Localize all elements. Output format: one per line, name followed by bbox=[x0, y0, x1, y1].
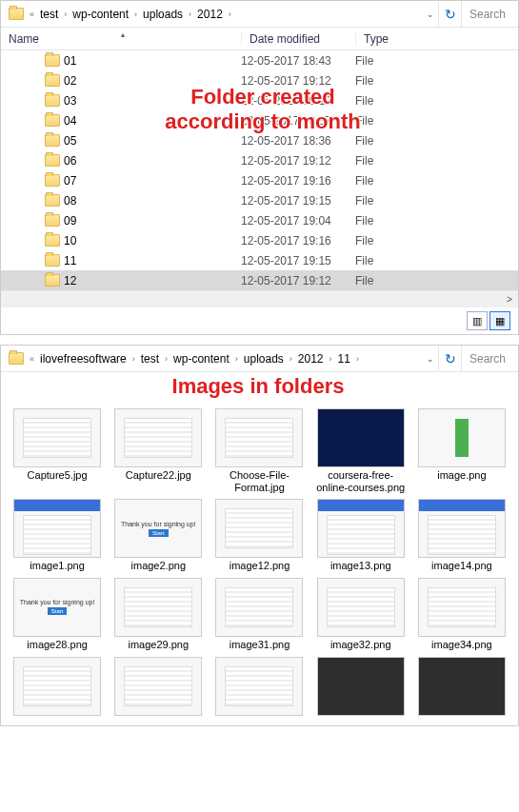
breadcrumb-segment[interactable]: wp-content bbox=[170, 352, 233, 366]
date-modified: 12-05-2017 19:12 bbox=[241, 274, 355, 287]
thumbnail-preview bbox=[317, 408, 405, 467]
thumbnail-item[interactable] bbox=[9, 657, 106, 718]
column-date[interactable]: Date modified bbox=[241, 32, 355, 46]
breadcrumb-segment[interactable]: test bbox=[137, 352, 163, 366]
thumbnail-item[interactable] bbox=[210, 657, 308, 718]
breadcrumb-segment[interactable]: wp-content bbox=[69, 8, 132, 21]
thumbnail-item[interactable]: Capture5.jpg bbox=[9, 408, 106, 493]
file-type: File bbox=[355, 94, 373, 108]
folder-name: 09 bbox=[64, 214, 76, 228]
breadcrumb-overflow[interactable]: « bbox=[28, 354, 36, 364]
breadcrumb[interactable]: test›wp-content›uploads›2012› bbox=[36, 8, 423, 21]
thumbnail-item[interactable]: Choose-File-Format.jpg bbox=[210, 408, 308, 493]
search-input[interactable]: Search bbox=[461, 346, 518, 371]
thumbnail-item[interactable]: coursera-free-online-courses.png bbox=[312, 408, 409, 493]
file-type: File bbox=[355, 194, 373, 208]
folder-icon bbox=[45, 234, 60, 247]
view-details-button[interactable]: ▥ bbox=[467, 311, 488, 330]
thumbnail-item[interactable] bbox=[110, 657, 207, 718]
folder-row[interactable]: 0712-05-2017 19:16File bbox=[1, 170, 518, 190]
thumbnail-preview bbox=[418, 499, 506, 558]
folder-name: 07 bbox=[64, 174, 76, 188]
refresh-button[interactable]: ↻ bbox=[438, 347, 461, 370]
thumbnail-item[interactable]: image34.png bbox=[413, 578, 510, 651]
thumbnail-item[interactable]: Thank you for signing up!Startimage28.pn… bbox=[9, 578, 106, 651]
folder-name: 02 bbox=[64, 74, 76, 88]
chevron-right-icon: › bbox=[328, 354, 334, 364]
thumbnail-preview bbox=[13, 408, 101, 467]
thumbnail-item[interactable]: Capture22.jpg bbox=[110, 408, 207, 493]
horizontal-scrollbar[interactable]: > bbox=[1, 290, 518, 307]
refresh-button[interactable]: ↻ bbox=[438, 3, 461, 26]
folder-row[interactable]: 1112-05-2017 19:15File bbox=[1, 250, 518, 270]
column-type[interactable]: Type bbox=[355, 32, 518, 46]
thumbnail-preview: Thank you for signing up!Start bbox=[13, 578, 101, 637]
search-input[interactable]: Search bbox=[461, 1, 518, 27]
date-modified: 12-05-2017 19:12 bbox=[241, 154, 355, 168]
date-modified: 12-05-2017 19:16 bbox=[241, 234, 355, 248]
thumbnail-preview bbox=[418, 408, 506, 467]
breadcrumb-segment[interactable]: uploads bbox=[240, 352, 288, 366]
thumbnail-preview bbox=[13, 657, 101, 716]
date-modified: 12-05-2017 19:15 bbox=[241, 254, 355, 267]
file-type: File bbox=[355, 114, 373, 128]
folder-icon bbox=[45, 114, 60, 127]
breadcrumb-segment[interactable]: test bbox=[36, 8, 62, 21]
folder-icon bbox=[45, 174, 60, 187]
column-headers: Name ▴ Date modified Type bbox=[1, 28, 518, 50]
thumbnail-label: image2.png bbox=[131, 560, 187, 572]
folder-row[interactable]: 0212-05-2017 19:12File bbox=[1, 70, 518, 90]
view-icons-button[interactable]: ▦ bbox=[489, 311, 510, 330]
folder-icon bbox=[45, 134, 60, 147]
date-modified: 12-05-2017 19:12 bbox=[241, 94, 355, 108]
breadcrumb-overflow[interactable]: « bbox=[28, 10, 36, 19]
folder-row[interactable]: 0512-05-2017 18:36File bbox=[1, 130, 518, 150]
thumbnail-item[interactable]: image12.png bbox=[210, 499, 308, 572]
file-type: File bbox=[355, 74, 373, 88]
folder-row[interactable]: 1012-05-2017 19:16File bbox=[1, 230, 518, 250]
chevron-right-icon: › bbox=[132, 10, 139, 19]
scroll-right-icon[interactable]: > bbox=[503, 294, 516, 305]
breadcrumb-segment[interactable]: uploads bbox=[139, 8, 187, 21]
thumbnail-item[interactable] bbox=[312, 657, 409, 718]
folder-row[interactable]: 0112-05-2017 18:43File bbox=[1, 50, 518, 70]
thumbnail-label: image14.png bbox=[431, 560, 492, 572]
thumbnail-item[interactable]: image31.png bbox=[210, 578, 308, 651]
column-name[interactable]: Name ▴ bbox=[1, 32, 241, 46]
folder-icon bbox=[45, 74, 60, 87]
thumbnail-item[interactable]: image1.png bbox=[9, 499, 106, 572]
file-type: File bbox=[355, 214, 373, 228]
thumbnail-item[interactable]: image29.png bbox=[110, 578, 207, 651]
folder-row[interactable]: 1212-05-2017 19:12File bbox=[1, 270, 518, 290]
address-dropdown[interactable]: ⌄ bbox=[423, 10, 438, 19]
folder-row[interactable]: 0812-05-2017 19:15File bbox=[1, 190, 518, 210]
folder-row[interactable]: 0612-05-2017 19:12File bbox=[1, 150, 518, 170]
thumbnail-item[interactable]: image13.png bbox=[312, 499, 409, 572]
breadcrumb-segment[interactable]: ilovefreesoftware bbox=[36, 352, 130, 366]
date-modified: 12-05-2017 19:12 bbox=[241, 74, 355, 88]
breadcrumb[interactable]: ilovefreesoftware›test›wp-content›upload… bbox=[36, 352, 423, 366]
column-name-label: Name bbox=[9, 32, 39, 46]
thumbnail-preview: Thank you for signing up!Start bbox=[114, 499, 202, 558]
date-modified: 12-05-2017 19:16 bbox=[241, 174, 355, 188]
thumbnail-item[interactable]: image14.png bbox=[413, 499, 510, 572]
thumbnail-item[interactable]: Thank you for signing up!Startimage2.png bbox=[110, 499, 207, 572]
breadcrumb-segment[interactable]: 11 bbox=[334, 352, 354, 366]
thumbnail-item[interactable]: image32.png bbox=[312, 578, 409, 651]
breadcrumb-segment[interactable]: 2012 bbox=[294, 352, 328, 366]
thumbnail-label: image13.png bbox=[330, 560, 391, 572]
address-dropdown[interactable]: ⌄ bbox=[423, 354, 438, 364]
folder-row[interactable]: 0912-05-2017 19:04File bbox=[1, 210, 518, 230]
chevron-right-icon: › bbox=[288, 354, 294, 364]
date-modified: 12-05-2017 18:37 bbox=[241, 114, 355, 128]
folder-name: 08 bbox=[64, 194, 76, 208]
thumbnail-item[interactable]: image.png bbox=[413, 408, 510, 493]
breadcrumb-segment[interactable]: 2012 bbox=[193, 8, 227, 21]
date-modified: 12-05-2017 19:04 bbox=[241, 214, 355, 228]
thumbnail-item[interactable] bbox=[413, 657, 510, 718]
folder-row[interactable]: 0412-05-2017 18:37File bbox=[1, 110, 518, 130]
thumbnail-label: image32.png bbox=[330, 639, 391, 651]
thumbnail-label: Capture22.jpg bbox=[126, 469, 191, 482]
folder-row[interactable]: 0312-05-2017 19:12File bbox=[1, 90, 518, 110]
thumbnail-label: Choose-File-Format.jpg bbox=[213, 469, 305, 493]
